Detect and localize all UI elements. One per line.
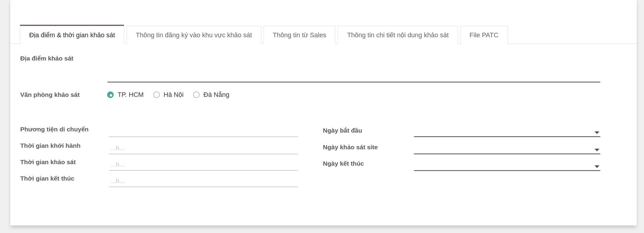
label-ngay-khao-sat-site: Ngày khảo sát site [323, 144, 378, 151]
radio-unselected-icon[interactable] [193, 91, 200, 98]
select-ngay-ket-thuc[interactable] [414, 160, 600, 172]
radio-ha-noi[interactable]: Hà Nội [153, 91, 184, 99]
radio-label: TP. HCM [118, 91, 144, 99]
input-ngay-bat-dau[interactable] [414, 126, 600, 137]
radio-selected-icon[interactable] [107, 91, 114, 98]
select-ngay-khao-sat-site[interactable] [414, 143, 600, 155]
radio-da-nang[interactable]: Đà Nẵng [193, 91, 229, 99]
input-ngay-khao-sat-site[interactable] [414, 143, 600, 154]
label-thoi-gian-khao-sat: Thời gian khảo sát [20, 159, 76, 166]
label-phuong-tien-di-chuyen: Phương tiện di chuyển [20, 126, 89, 133]
radio-label: Đà Nẵng [204, 91, 229, 99]
tab-chi-tiet-noi-dung[interactable]: Thông tin chi tiết nội dung khảo sát [338, 26, 458, 44]
radio-tp-hcm[interactable]: TP. HCM [107, 91, 144, 99]
select-ngay-bat-dau[interactable] [414, 126, 600, 138]
tab-file-patc[interactable]: File PATC [460, 26, 508, 44]
input-dia-diem-khao-sat[interactable] [107, 71, 600, 83]
input-phuong-tien-di-chuyen[interactable] [109, 126, 298, 137]
radio-unselected-icon[interactable] [153, 91, 160, 98]
label-thoi-gian-khoi-hanh: Thời gian khởi hành [20, 142, 81, 149]
radio-label: Hà Nội [164, 91, 184, 99]
notebook-tabbar: Địa điểm & thời gian khảo sát Thông tin … [10, 25, 637, 44]
input-thoi-gian-khoi-hanh[interactable] [109, 143, 298, 154]
label-van-phong-khao-sat: Văn phòng khảo sát [20, 91, 80, 98]
label-thoi-gian-ket-thuc: Thời gian kết thúc [20, 175, 74, 182]
tab-dang-ky-khu-vuc[interactable]: Thông tin đăng ký vào khu vực khảo sát [126, 26, 261, 44]
form-sheet: Địa điểm & thời gian khảo sát Thông tin … [10, 0, 637, 226]
input-thoi-gian-ket-thuc[interactable] [109, 176, 298, 187]
input-ngay-ket-thuc[interactable] [414, 160, 600, 171]
label-ngay-ket-thuc: Ngày kết thúc [323, 160, 364, 167]
tab-thong-tin-tu-sales[interactable]: Thông tin từ Sales [264, 26, 336, 44]
tab-dia-diem-thoi-gian[interactable]: Địa điểm & thời gian khảo sát [20, 25, 124, 44]
radio-group-van-phong: TP. HCM Hà Nội Đà Nẵng [107, 91, 229, 99]
label-ngay-bat-dau: Ngày bắt đầu [323, 127, 362, 134]
input-thoi-gian-khao-sat[interactable] [109, 159, 298, 171]
label-dia-diem-khao-sat: Địa điểm khảo sát [20, 55, 74, 62]
